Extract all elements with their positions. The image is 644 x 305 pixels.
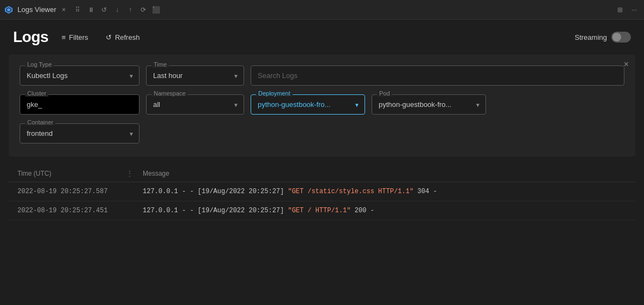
close-tab-button[interactable]: × [62,5,66,14]
log-type-label: Log Type [25,61,54,68]
grid-icon-btn[interactable]: ⠿ [72,4,83,15]
deployment-label: Deployment [256,90,293,97]
deployment-select-wrapper: python-guestbook-fro... python-guestbook… [251,94,365,115]
log-message: 127.0.0.1 - - [19/Aug/2022 20:25:27] "GE… [143,188,627,195]
search-group [251,65,624,86]
title-bar-right: ⊞ ··· [615,4,640,15]
log-type-select-wrapper: Kubectl Logs Container Logs Pod Logs ▼ [20,65,139,86]
container-label: Container [25,119,56,125]
refresh-label: Refresh [115,33,140,41]
filters-icon: ≡ [62,33,66,41]
filter-panel: × Log Type Kubectl Logs Container Logs P… [9,55,635,157]
title-bar-title: Logs Viewer [17,5,56,14]
reload-icon-btn[interactable]: ↺ [99,4,110,15]
container-group: Container frontend backend ▼ [20,123,139,143]
col-dots-header: ⋮ [126,170,143,177]
namespace-select-wrapper: all default kube-system ▼ [146,94,244,115]
filters-label: Filters [69,33,88,41]
col-message-header: Message [143,170,627,177]
search-input[interactable] [251,65,624,86]
title-bar-actions: ⠿ ⏸ ↺ ↓ ↑ ⟳ ⬛ [72,4,162,15]
refresh-button[interactable]: ↺ Refresh [101,31,144,44]
namespace-select[interactable]: all default kube-system [146,94,244,115]
refresh-icon: ↺ [106,33,112,41]
table-row[interactable]: 2022-08-19 20:25:27.587 127.0.0.1 - - [1… [9,182,635,201]
pod-label: Pod [377,90,392,97]
container-select[interactable]: frontend backend [20,123,139,143]
log-highlight: "GET /static/style.css HTTP/1.1" [288,188,413,195]
filter-row-2: Cluster Namespace all default kube-syste… [20,94,624,115]
filters-button[interactable]: ≡ Filters [57,31,93,44]
toggle-knob [612,33,621,41]
deployment-group: Deployment python-guestbook-fro... pytho… [251,94,365,115]
restart-icon-btn[interactable]: ⟳ [138,4,149,15]
table-row[interactable]: 2022-08-19 20:25:27.451 127.0.0.1 - - [1… [9,201,635,220]
streaming-section: Streaming [575,32,631,43]
page-title: Logs [13,28,48,46]
pause-icon-btn[interactable]: ⏸ [86,4,96,15]
log-type-select[interactable]: Kubectl Logs Container Logs Pod Logs [20,65,139,86]
time-group: Time Last hour Last 6 hours Last 24 hour… [146,65,244,86]
log-message: 127.0.0.1 - - [19/Aug/2022 20:25:27] "GE… [143,207,627,214]
log-timestamp: 2022-08-19 20:25:27.587 [17,188,126,195]
log-table: Time (UTC) ⋮ Message 2022-08-19 20:25:27… [9,165,635,220]
title-bar: Logs Viewer × ⠿ ⏸ ↺ ↓ ↑ ⟳ ⬛ ⊞ ··· [0,0,644,20]
cluster-label: Cluster [25,90,48,97]
table-header: Time (UTC) ⋮ Message [9,165,635,182]
deployment-select[interactable]: python-guestbook-fro... python-guestbook… [251,94,365,115]
namespace-label: Namespace [151,90,188,97]
namespace-group: Namespace all default kube-system ▼ [146,94,244,115]
time-select[interactable]: Last hour Last 6 hours Last 24 hours [146,65,244,86]
log-highlight: "GET / HTTP/1.1" [288,207,350,214]
container-select-wrapper: frontend backend ▼ [20,123,139,143]
cluster-group: Cluster [20,94,139,115]
pod-select-wrapper: python-guestbook-fro... python-guestbook… [372,94,486,115]
time-label: Time [151,61,169,68]
stop-icon-btn[interactable]: ⬛ [151,4,162,15]
app-logo [4,5,13,14]
column-options-icon[interactable]: ⋮ [126,170,133,177]
col-time-header: Time (UTC) [17,170,126,177]
streaming-label: Streaming [575,33,607,41]
close-filter-panel-button[interactable]: × [624,60,629,69]
step-into-icon-btn[interactable]: ↓ [112,4,123,15]
pod-group: Pod python-guestbook-fro... python-guest… [372,94,486,115]
streaming-toggle[interactable] [611,32,631,43]
step-out-icon-btn[interactable]: ↑ [125,4,136,15]
time-select-wrapper: Last hour Last 6 hours Last 24 hours ▼ [146,65,244,86]
pod-select[interactable]: python-guestbook-fro... python-guestbook… [372,94,486,115]
more-actions-icon[interactable]: ··· [629,4,640,15]
log-type-group: Log Type Kubectl Logs Container Logs Pod… [20,65,139,86]
cluster-input[interactable] [20,94,139,115]
filter-row-1: Log Type Kubectl Logs Container Logs Pod… [20,65,624,86]
top-header: Logs ≡ Filters ↺ Refresh Streaming [0,20,644,55]
filter-row-3: Container frontend backend ▼ [20,123,624,143]
split-editor-icon[interactable]: ⊞ [615,4,625,15]
log-timestamp: 2022-08-19 20:25:27.451 [17,207,126,214]
